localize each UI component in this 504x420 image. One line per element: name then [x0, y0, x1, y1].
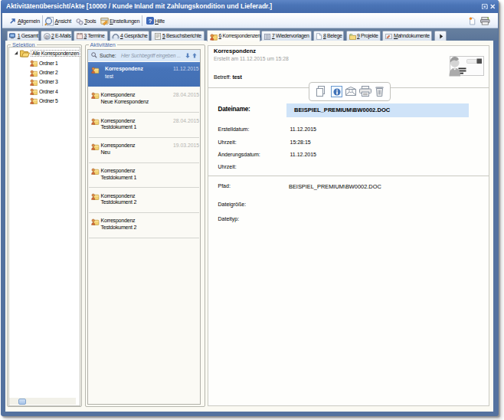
- svg-text:?: ?: [148, 18, 152, 25]
- svg-text:@: @: [44, 33, 49, 38]
